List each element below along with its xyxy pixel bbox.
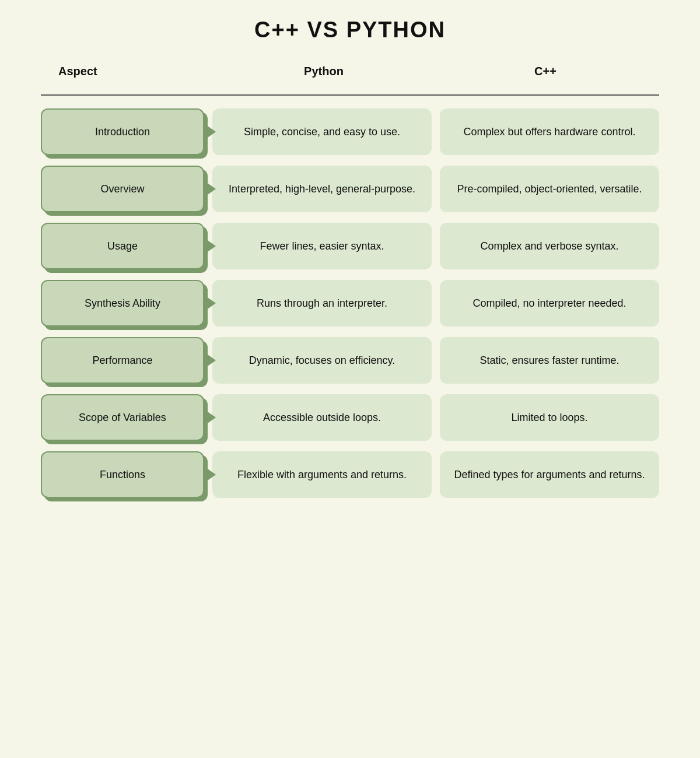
cpp-cell: Pre-compiled, object-oriented, versatile… xyxy=(440,166,659,212)
python-cell: Dynamic, focuses on efficiency. xyxy=(212,337,432,384)
header-aspect: Aspect xyxy=(47,60,210,83)
aspect-cell: Functions xyxy=(41,451,204,498)
page-container: C++ VS PYTHON Aspect Python C++ Introduc… xyxy=(41,17,659,498)
cpp-cell: Complex and verbose syntax. xyxy=(440,223,659,269)
divider xyxy=(41,94,659,96)
aspect-label: Introduction xyxy=(41,108,204,155)
python-cell: Simple, concise, and easy to use. xyxy=(212,108,432,155)
aspect-cell: Usage xyxy=(41,223,204,269)
table-row: PerformanceDynamic, focuses on efficienc… xyxy=(41,337,659,384)
table-row: OverviewInterpreted, high-level, general… xyxy=(41,166,659,212)
aspect-label: Synthesis Ability xyxy=(41,280,204,327)
table-row: IntroductionSimple, concise, and easy to… xyxy=(41,108,659,155)
aspect-label: Usage xyxy=(41,223,204,269)
cpp-cell: Static, ensures faster runtime. xyxy=(440,337,659,384)
aspect-cell: Overview xyxy=(41,166,204,212)
aspect-label: Functions xyxy=(41,451,204,498)
cpp-cell: Limited to loops. xyxy=(440,394,659,441)
page-title: C++ VS PYTHON xyxy=(41,17,659,43)
table-header: Aspect Python C++ xyxy=(41,60,659,83)
aspect-cell: Introduction xyxy=(41,108,204,155)
python-cell: Runs through an interpreter. xyxy=(212,280,432,327)
aspect-label: Scope of Variables xyxy=(41,394,204,441)
python-cell: Interpreted, high-level, general-purpose… xyxy=(212,166,432,212)
aspect-cell: Performance xyxy=(41,337,204,384)
header-python: Python xyxy=(216,60,432,83)
cpp-cell: Defined types for arguments and returns. xyxy=(440,451,659,498)
python-cell: Fewer lines, easier syntax. xyxy=(212,223,432,269)
table-row: UsageFewer lines, easier syntax.Complex … xyxy=(41,223,659,269)
table-row: FunctionsFlexible with arguments and ret… xyxy=(41,451,659,498)
aspect-label: Overview xyxy=(41,166,204,212)
table-rows: IntroductionSimple, concise, and easy to… xyxy=(41,108,659,498)
aspect-cell: Scope of Variables xyxy=(41,394,204,441)
aspect-label: Performance xyxy=(41,337,204,384)
python-cell: Flexible with arguments and returns. xyxy=(212,451,432,498)
cpp-cell: Compiled, no interpreter needed. xyxy=(440,280,659,327)
table-row: Scope of VariablesAccessible outside loo… xyxy=(41,394,659,441)
table-row: Synthesis AbilityRuns through an interpr… xyxy=(41,280,659,327)
cpp-cell: Complex but offers hardware control. xyxy=(440,108,659,155)
python-cell: Accessible outside loops. xyxy=(212,394,432,441)
header-cpp: C++ xyxy=(438,60,653,83)
aspect-cell: Synthesis Ability xyxy=(41,280,204,327)
